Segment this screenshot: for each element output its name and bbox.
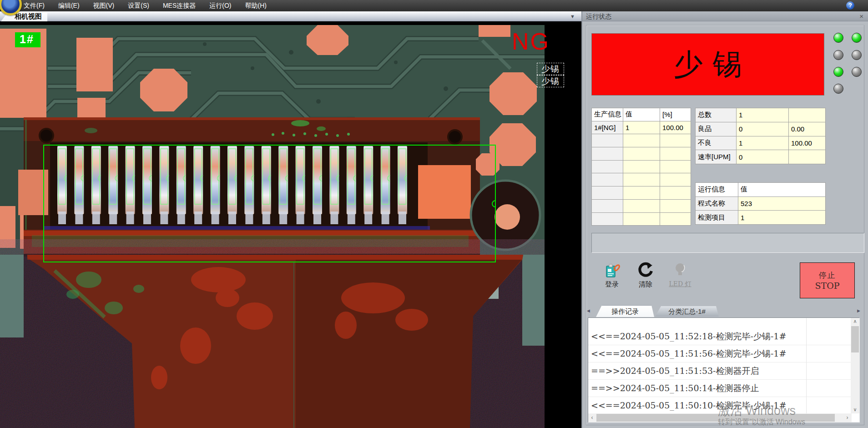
windows-activation-watermark: 激活 Windows bbox=[718, 403, 796, 419]
defect-tag: 少锡 bbox=[537, 75, 564, 87]
table-cell bbox=[789, 150, 826, 164]
help-icon[interactable]: ? bbox=[846, 1, 854, 10]
run-info-table: 运行信息值程式名称523检测项目1 bbox=[695, 182, 826, 225]
solder-blob bbox=[313, 211, 321, 224]
windows-activation-hint: 转到“设置”以激活 Windows bbox=[718, 418, 805, 427]
table-cell bbox=[660, 173, 691, 186]
table-cell bbox=[623, 161, 660, 174]
table-cell: 良品 bbox=[696, 122, 737, 136]
table-cell: [%] bbox=[660, 108, 691, 121]
status-led-5 bbox=[833, 67, 843, 77]
clear-refresh-icon bbox=[637, 262, 654, 279]
solder-blob bbox=[126, 211, 134, 224]
inspection-result-text: NG bbox=[512, 28, 550, 55]
status-led-3 bbox=[833, 50, 843, 60]
table-cell bbox=[623, 173, 660, 186]
solder-blob bbox=[228, 211, 236, 224]
log-entry-3: ==>>2024-05-05_11:50:14-检测器停止 bbox=[588, 380, 852, 397]
camera-viewport: 1# NG 少锡 少锡 bbox=[0, 21, 581, 428]
menu-item-1[interactable]: 编辑(E) bbox=[58, 2, 80, 10]
table-cell: 总数 bbox=[696, 108, 737, 122]
table-cell: 程式名称 bbox=[696, 197, 738, 211]
id-badge-icon bbox=[603, 262, 621, 279]
status-led-4 bbox=[852, 50, 862, 60]
table-cell bbox=[660, 134, 691, 147]
solder-blob bbox=[297, 211, 304, 224]
table-cell: 1#[NG] bbox=[592, 121, 623, 135]
menu-item-2[interactable]: 视图(V) bbox=[93, 2, 115, 10]
status-led-6 bbox=[852, 67, 862, 77]
status-led-7 bbox=[833, 84, 843, 94]
log-entry-1: <<==2024-05-05_11:51:56-检测完毕-少锡-1# bbox=[588, 345, 852, 363]
log-entry-0: <<==2024-05-05_11:52:18-检测完毕-少锡-1# bbox=[588, 328, 852, 345]
table-cell bbox=[592, 134, 623, 147]
camera-tab-strip: 相机视图 ▼ bbox=[0, 11, 581, 21]
solder-blob bbox=[212, 211, 219, 224]
solder-blob bbox=[348, 211, 355, 224]
table-cell bbox=[592, 186, 623, 200]
table-cell bbox=[592, 147, 623, 161]
tab-scroll-right-icon[interactable]: ► bbox=[856, 308, 861, 313]
tab-class-summary[interactable]: 分类汇总-1# bbox=[655, 306, 719, 317]
status-panel: 运行状态 × 少锡 生产信息值[%]1#[NG]1100.00 总数1良品00.… bbox=[581, 11, 868, 428]
menu-item-6[interactable]: 帮助(H) bbox=[245, 2, 266, 10]
table-cell: 不良 bbox=[696, 136, 737, 151]
scroll-down-icon[interactable]: ∨ bbox=[851, 406, 859, 413]
vertical-scroll-thumb[interactable] bbox=[851, 326, 859, 352]
table-cell: 0 bbox=[737, 122, 789, 136]
light-bulb-icon bbox=[671, 262, 689, 279]
solder-blob bbox=[399, 211, 406, 224]
table-cell: 生产信息 bbox=[592, 108, 623, 121]
table-cell: 1 bbox=[737, 136, 789, 151]
solder-blob bbox=[245, 211, 253, 224]
table-cell: 0.00 bbox=[789, 122, 826, 136]
scroll-left-icon[interactable]: ‹ bbox=[588, 413, 596, 422]
stop-button[interactable]: 停止 STOP bbox=[800, 262, 855, 298]
table-cell bbox=[623, 186, 660, 200]
table-cell: 1 bbox=[738, 211, 826, 225]
table-cell: 值 bbox=[738, 183, 826, 197]
solder-blob bbox=[143, 211, 151, 224]
table-cell: 运行信息 bbox=[696, 183, 738, 197]
defect-banner: 少锡 bbox=[591, 33, 824, 96]
login-button[interactable]: 登录 bbox=[597, 262, 627, 290]
led-light-button[interactable]: LED 灯 bbox=[665, 262, 695, 290]
table-cell bbox=[789, 108, 826, 122]
table-cell: 值 bbox=[623, 108, 660, 121]
solder-blob bbox=[330, 211, 338, 224]
clear-button[interactable]: 清除 bbox=[631, 262, 661, 290]
solder-blob bbox=[177, 211, 185, 224]
table-cell bbox=[623, 200, 660, 213]
defect-tag: 少锡 bbox=[537, 63, 564, 75]
solder-blob bbox=[364, 211, 372, 224]
stats-table: 总数1良品00.00不良1100.00速率[UPM]0 bbox=[695, 108, 826, 164]
production-table: 生产信息值[%]1#[NG]1100.00 bbox=[591, 108, 691, 226]
table-cell bbox=[592, 173, 623, 186]
menu-item-5[interactable]: 运行(O) bbox=[209, 2, 231, 10]
menu-item-4[interactable]: MES连接器 bbox=[163, 2, 196, 10]
table-cell: 523 bbox=[738, 197, 826, 211]
chevron-down-icon[interactable]: ▼ bbox=[570, 14, 575, 19]
table-cell bbox=[660, 200, 691, 213]
tab-scroll-left-icon[interactable]: ◄ bbox=[586, 308, 591, 313]
status-led-1 bbox=[833, 33, 843, 43]
solder-blob bbox=[279, 211, 287, 224]
menu-item-3[interactable]: 设置(S) bbox=[128, 2, 149, 10]
status-panel-titlebar: 运行状态 × bbox=[582, 11, 868, 21]
solder-blob bbox=[262, 211, 270, 224]
table-cell bbox=[660, 147, 691, 161]
close-icon[interactable]: × bbox=[859, 12, 863, 20]
table-cell: 100.00 bbox=[660, 121, 691, 135]
table-cell bbox=[623, 134, 660, 147]
status-panel-title: 运行状态 bbox=[586, 13, 611, 20]
scroll-right-icon[interactable]: › bbox=[843, 413, 852, 422]
table-cell bbox=[660, 186, 691, 200]
table-cell: 1 bbox=[737, 108, 789, 122]
log-entry-2: ==>>2024-05-05_11:51:53-检测器开启 bbox=[588, 363, 852, 380]
message-box bbox=[591, 233, 864, 253]
solder-blob bbox=[92, 211, 100, 224]
scroll-up-icon[interactable]: ∧ bbox=[851, 318, 859, 326]
tab-operation-log[interactable]: 操作记录 bbox=[596, 305, 654, 317]
menu-item-0[interactable]: 文件(F) bbox=[24, 2, 45, 10]
table-cell: 检测项目 bbox=[696, 211, 738, 225]
